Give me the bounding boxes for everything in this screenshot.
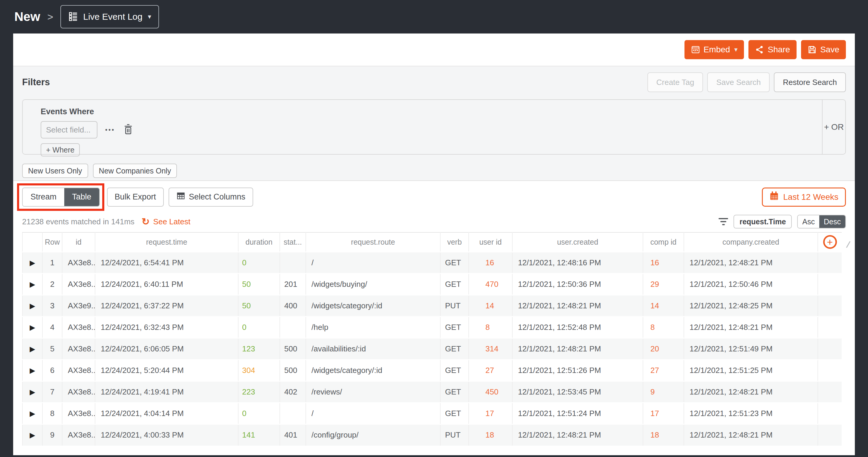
expand-row-button[interactable]: ▶: [30, 366, 35, 374]
embed-icon: [691, 45, 700, 54]
cell-user-created: 12/1/2021, 12:50:36 PM: [512, 274, 643, 295]
date-range-button[interactable]: Last 12 Weeks: [762, 188, 846, 207]
cell-comp-id: 17: [643, 403, 684, 424]
see-latest-link[interactable]: See Latest: [153, 217, 190, 226]
cell-id: AX3e8...: [62, 403, 95, 424]
cell-extra: [818, 338, 842, 360]
cell-duration: 0: [238, 252, 280, 274]
cell-extra: [818, 252, 842, 274]
top-bar: New > Live Event Log ▾: [0, 0, 868, 33]
column-header-request-route[interactable]: request.route: [306, 232, 440, 252]
new-companies-only-button[interactable]: New Companies Only: [93, 164, 177, 178]
table-tab[interactable]: Table: [64, 188, 99, 206]
cell-user-id: 16: [469, 252, 512, 274]
save-label: Save: [820, 45, 839, 54]
column-resize-handle[interactable]: [846, 241, 851, 248]
cell-user-created: 12/1/2021, 12:48:21 PM: [512, 338, 643, 360]
table-row[interactable]: ▶1AX3e8...12/24/2021, 6:54:41 PM0/GET161…: [23, 252, 842, 274]
new-users-only-button[interactable]: New Users Only: [22, 164, 88, 178]
more-options-icon[interactable]: •••: [105, 126, 115, 134]
sort-desc-button[interactable]: Desc: [819, 215, 845, 228]
cell-row: 2: [42, 274, 62, 295]
table-row[interactable]: ▶8AX3e8...12/24/2021, 4:04:14 PM0/GET171…: [23, 403, 842, 424]
events-where-label: Events Where: [41, 107, 822, 116]
cell-status: [280, 403, 306, 424]
add-where-button[interactable]: + Where: [41, 143, 80, 156]
table-row[interactable]: ▶5AX3e8...12/24/2021, 6:06:05 PM123500/a…: [23, 338, 842, 360]
column-header-duration[interactable]: duration: [238, 232, 280, 252]
select-field-dropdown[interactable]: Select field...: [41, 121, 97, 139]
sort-field-selector[interactable]: request.Time: [734, 215, 792, 229]
cell-status: 500: [280, 360, 306, 381]
cell-comp-id: 14: [643, 295, 684, 316]
save-button[interactable]: Save: [801, 40, 846, 59]
save-icon: [808, 45, 816, 54]
expand-row-button[interactable]: ▶: [30, 345, 35, 353]
column-header-user-id[interactable]: user id: [469, 232, 512, 252]
share-label: Share: [768, 45, 790, 54]
expand-cell: ▶: [23, 295, 42, 316]
sort-asc-button[interactable]: Asc: [798, 215, 819, 228]
cell-status: 400: [280, 295, 306, 316]
share-button[interactable]: Share: [748, 40, 797, 59]
table-grid-icon: [176, 192, 185, 202]
add-column-button[interactable]: +: [823, 235, 837, 249]
cell-row: 3: [42, 295, 62, 316]
table-row[interactable]: ▶6AX3e8...12/24/2021, 5:20:44 PM304500/w…: [23, 360, 842, 381]
cell-extra: [818, 274, 842, 295]
expand-row-button[interactable]: ▶: [30, 280, 35, 288]
expand-row-button[interactable]: ▶: [30, 259, 35, 267]
results-row: 21238 events matched in 141ms ↻ See Late…: [13, 213, 855, 230]
sort-filter-icon[interactable]: [718, 218, 728, 225]
restore-search-button[interactable]: Restore Search: [774, 73, 846, 92]
view-selector-dropdown[interactable]: Live Event Log ▾: [60, 5, 159, 28]
expand-cell: ▶: [23, 316, 42, 338]
embed-button[interactable]: Embed ▾: [684, 40, 744, 59]
cell-company-created: 12/1/2021, 12:48:21 PM: [684, 424, 818, 446]
column-header-company-created[interactable]: company.created: [684, 232, 818, 252]
cell-request-time: 12/24/2021, 4:19:41 PM: [95, 381, 238, 403]
expand-cell: ▶: [23, 274, 42, 295]
expand-row-button[interactable]: ▶: [30, 431, 35, 439]
expand-row-button[interactable]: ▶: [30, 409, 35, 418]
expand-row-button[interactable]: ▶: [30, 323, 35, 332]
table-row[interactable]: ▶9AX3e8...12/24/2021, 4:00:33 PM141401/c…: [23, 424, 842, 446]
cell-comp-id: 29: [643, 274, 684, 295]
column-header-stat[interactable]: stat...: [280, 232, 306, 252]
cell-extra: [818, 295, 842, 316]
cell-user-id: 14: [469, 295, 512, 316]
cell-verb: PUT: [440, 295, 469, 316]
table-row[interactable]: ▶4AX3e8...12/24/2021, 6:32:43 PM0/helpGE…: [23, 316, 842, 338]
column-header-expand: [23, 232, 42, 252]
bulk-export-button[interactable]: Bulk Export: [107, 188, 164, 207]
column-header-user-created[interactable]: user.created: [512, 232, 643, 252]
cell-comp-id: 18: [643, 424, 684, 446]
cell-duration: 123: [238, 338, 280, 360]
column-header-verb[interactable]: verb: [440, 232, 469, 252]
table-row[interactable]: ▶7AX3e8...12/24/2021, 4:19:41 PM223402/r…: [23, 381, 842, 403]
column-header-row[interactable]: Row: [42, 232, 62, 252]
expand-row-button[interactable]: ▶: [30, 388, 35, 396]
select-columns-label: Select Columns: [189, 192, 245, 202]
expand-cell: ▶: [23, 381, 42, 403]
add-or-button[interactable]: + OR: [822, 100, 845, 154]
stream-tab[interactable]: Stream: [23, 188, 64, 206]
expand-row-button[interactable]: ▶: [30, 302, 35, 310]
table-row[interactable]: ▶2AX3e8...12/24/2021, 6:40:11 PM50201/wi…: [23, 274, 842, 295]
save-search-button[interactable]: Save Search: [707, 73, 770, 92]
cell-request-route: /widgets/category/:id: [306, 360, 440, 381]
cell-company-created: 12/1/2021, 12:48:25 PM: [684, 295, 818, 316]
cell-extra: [818, 381, 842, 403]
cell-duration: 0: [238, 403, 280, 424]
column-header-request-time[interactable]: request.time: [95, 232, 238, 252]
column-header-comp-id[interactable]: comp id: [643, 232, 684, 252]
cell-company-created: 12/1/2021, 12:48:21 PM: [684, 381, 818, 403]
refresh-icon[interactable]: ↻: [142, 217, 150, 226]
select-columns-button[interactable]: Select Columns: [168, 188, 253, 207]
table-row[interactable]: ▶3AX3e9...12/24/2021, 6:37:22 PM50400/wi…: [23, 295, 842, 316]
embed-label: Embed: [704, 45, 730, 54]
create-tag-button[interactable]: Create Tag: [647, 73, 703, 92]
column-header-id[interactable]: id: [62, 232, 95, 252]
cell-extra: [818, 316, 842, 338]
trash-icon[interactable]: [123, 124, 133, 136]
